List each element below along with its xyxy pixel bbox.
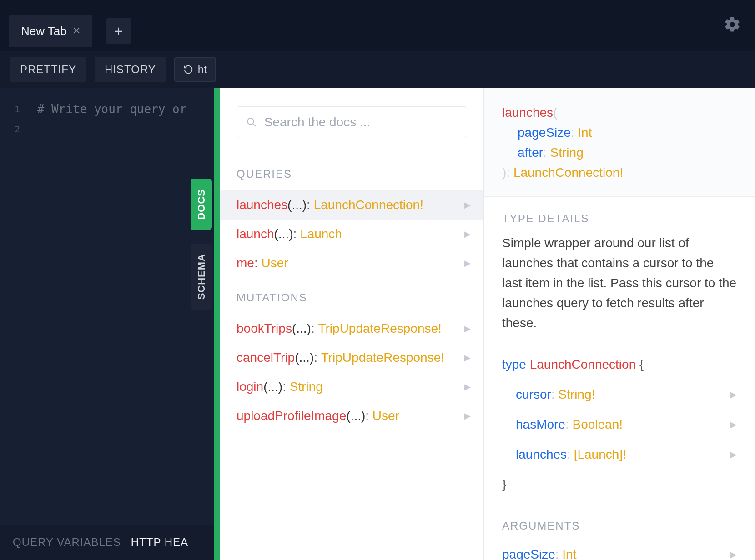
line-number: 2 [9,119,20,139]
add-tab-button[interactable]: + [106,18,131,44]
query-item-launches[interactable]: launches(...): LaunchConnection! ▶ [220,190,483,220]
tab-active[interactable]: New Tab ✕ [9,15,92,47]
chevron-right-icon: ▶ [730,440,737,470]
chevron-right-icon: ▶ [730,410,737,440]
chevron-right-icon: ▶ [730,380,737,410]
mutations-header: MUTATIONS [220,278,483,314]
arguments-header: ARGUMENTS [484,504,755,540]
search-icon [246,116,257,128]
tab-http-headers[interactable]: HTTP HEA [131,536,188,549]
line-number: 1 [9,99,20,119]
chevron-right-icon: ▶ [730,543,737,560]
mutation-item-login[interactable]: login(...): String ▶ [220,372,483,401]
signature-block: launches( pageSize: Int after: String ):… [484,88,755,197]
tab-query-variables[interactable]: QUERY VARIABLES [13,536,121,549]
mutation-item-booktrips[interactable]: bookTrips(...): TripUpdateResponse! ▶ [220,314,483,343]
prettify-button[interactable]: PRETTIFY [10,57,86,82]
chevron-right-icon: ▶ [464,229,471,239]
docs-tab[interactable]: DOCS [191,179,212,230]
query-item-launch[interactable]: launch(...): Launch ▶ [220,220,483,249]
svg-line-1 [253,124,256,126]
query-editor[interactable]: 1 # Write your query or 2 [0,88,214,560]
type-description: Simple wrapper around our list of launch… [484,233,755,346]
chevron-right-icon: ▶ [464,353,471,363]
reload-icon [183,65,193,75]
type-definition: type LaunchConnection { cursor: String!▶… [484,346,755,504]
editor-comment: # Write your query or [37,102,187,116]
docs-panel: QUERIES launches(...): LaunchConnection!… [220,88,755,560]
tab-bar: New Tab ✕ + [0,0,755,51]
docs-search[interactable] [237,106,467,138]
tab-label: New Tab [21,24,67,38]
queries-header: QUERIES [220,154,483,190]
docs-list-column: QUERIES launches(...): LaunchConnection!… [220,88,484,560]
mutation-item-uploadprofileimage[interactable]: uploadProfileImage(...): User ▶ [220,401,483,430]
docs-search-input[interactable] [264,115,458,130]
field-hasmore[interactable]: hasMore: Boolean!▶ [502,410,737,440]
field-cursor[interactable]: cursor: String!▶ [502,380,737,410]
side-rail: DOCS SCHEMA [191,179,212,310]
history-button[interactable]: HISTORY [95,57,166,82]
endpoint-input[interactable]: ht [174,57,216,82]
toolbar: PRETTIFY HISTORY ht [0,51,755,88]
chevron-right-icon: ▶ [464,382,471,392]
field-launches[interactable]: launches: [Launch]!▶ [502,440,737,470]
endpoint-text: ht [198,63,207,76]
chevron-right-icon: ▶ [464,200,471,210]
docs-detail-column: launches( pageSize: Int after: String ):… [484,88,755,560]
argument-pagesize[interactable]: pageSize: Int ▶ [484,540,755,560]
chevron-right-icon: ▶ [464,258,471,268]
chevron-right-icon: ▶ [464,324,471,334]
main-area: 1 # Write your query or 2 QUERY VARIABLE… [0,88,755,560]
mutation-item-canceltrip[interactable]: cancelTrip(...): TripUpdateResponse! ▶ [220,343,483,372]
docs-accent-bar [214,88,220,560]
query-item-me[interactable]: me: User ▶ [220,249,483,278]
close-icon[interactable]: ✕ [72,25,81,37]
settings-button[interactable] [723,15,741,35]
chevron-right-icon: ▶ [464,411,471,421]
svg-point-0 [247,118,254,125]
type-details-header: TYPE DETAILS [484,197,755,233]
editor-footer: QUERY VARIABLES HTTP HEA [0,525,214,560]
gear-icon [723,15,741,34]
plus-icon: + [114,22,123,40]
schema-tab[interactable]: SCHEMA [191,244,212,310]
